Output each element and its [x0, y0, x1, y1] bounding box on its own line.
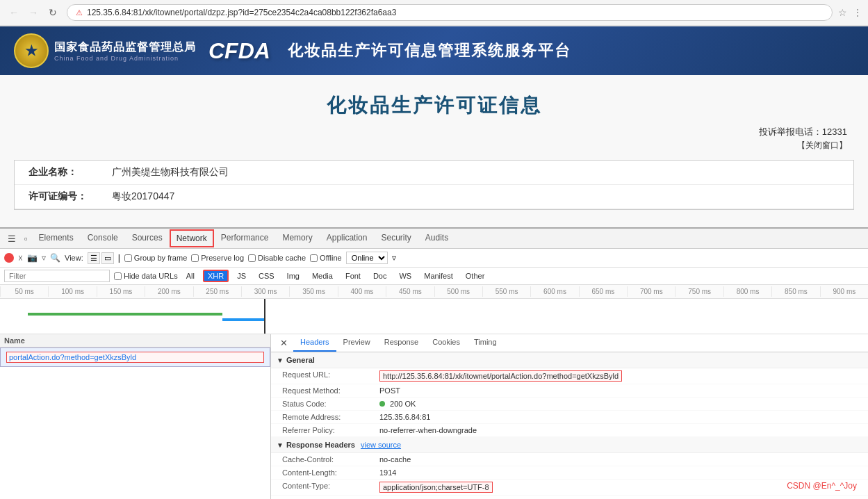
remote-address-field: Remote Address: 125.35.6.84:81 — [271, 411, 868, 424]
filter-manifest[interactable]: Manifest — [420, 270, 457, 281]
offline-label[interactable]: Offline — [310, 254, 342, 262]
tab-audits[interactable]: Audits — [418, 229, 455, 248]
security-icon: ⚠ — [76, 8, 83, 17]
status-code-label: Status Code: — [282, 400, 379, 408]
list-view-icon[interactable]: ☰ — [88, 252, 100, 264]
camera-icon[interactable]: 📷 — [27, 253, 38, 263]
group-by-frame-text: Group by frame — [134, 254, 187, 262]
disable-cache-checkbox[interactable] — [248, 254, 256, 262]
disable-cache-label[interactable]: Disable cache — [248, 254, 306, 262]
request-url-value: http://125.35.6.84:81/xk/itownet/portalA… — [379, 370, 622, 382]
content-length-field: Content-Length: 1914 — [271, 466, 868, 480]
devtools-toggle-icon[interactable]: ☰ — [3, 231, 20, 247]
timeline-area: 50 ms 100 ms 150 ms 200 ms 250 ms 300 ms… — [0, 285, 868, 334]
throttle-select[interactable]: Online — [346, 252, 388, 264]
preserve-log-label[interactable]: Preserve log — [191, 254, 244, 262]
group-by-frame-label[interactable]: Group by frame — [124, 254, 187, 262]
date-field: Date: Tue, 16 Apr 2019 06:32:39 GMT — [271, 496, 868, 499]
response-headers-section-header[interactable]: ▼ Response Headers view source — [271, 437, 868, 453]
general-section-header[interactable]: ▼ General — [271, 352, 868, 368]
filter-input[interactable] — [4, 270, 110, 282]
request-method-label: Request Method: — [282, 386, 379, 395]
timeline-chart — [0, 299, 868, 334]
timeline-bar-blue — [222, 318, 264, 321]
bookmark-icon[interactable]: ☆ — [838, 7, 847, 18]
request-url-field: Request URL: http://125.35.6.84:81/xk/it… — [271, 368, 868, 384]
org-name-en: China Food and Drug Administration — [54, 55, 196, 62]
tick-500ms: 500 ms — [434, 286, 482, 297]
content-type-value: application/json;charset=UTF-8 — [379, 482, 493, 493]
request-item[interactable]: portalAction.do?method=getXkzsByld — [0, 347, 270, 367]
menu-icon[interactable]: ⋮ — [853, 7, 862, 18]
hide-data-urls-checkbox[interactable] — [114, 272, 122, 280]
grid-view-icon[interactable]: ▭ — [101, 252, 114, 264]
tab-console[interactable]: Console — [81, 229, 125, 248]
filter-img[interactable]: Img — [283, 270, 304, 281]
address-bar[interactable]: ⚠ 125.35.6.84:81/xk/itownet/portal/dzpz.… — [67, 4, 833, 21]
tab-sources[interactable]: Sources — [125, 229, 170, 248]
general-arrow-icon: ▼ — [277, 357, 284, 364]
preserve-log-checkbox[interactable] — [191, 254, 199, 262]
filter-font[interactable]: Font — [341, 270, 365, 281]
response-headers-title: Response Headers — [286, 441, 355, 449]
tab-network[interactable]: Network — [170, 229, 214, 247]
filter-ws[interactable]: WS — [395, 270, 416, 281]
request-list-header: Name — [0, 334, 270, 347]
view-source-link[interactable]: view source — [361, 441, 401, 449]
filter-doc[interactable]: Doc — [369, 270, 391, 281]
devtools-inspect-icon[interactable]: ▫ — [20, 231, 32, 247]
tab-application[interactable]: Application — [320, 229, 375, 248]
offline-checkbox[interactable] — [310, 254, 318, 262]
cache-control-field: Cache-Control: no-cache — [271, 453, 868, 466]
filter-css[interactable]: CSS — [254, 270, 279, 281]
company-value: 广州美缇生物科技有限公司 — [112, 166, 229, 179]
group-by-frame-checkbox[interactable] — [124, 254, 132, 262]
content-type-field: Content-Type: application/json;charset=U… — [271, 480, 868, 496]
tab-security[interactable]: Security — [374, 229, 418, 248]
request-method-field: Request Method: POST — [271, 384, 868, 398]
search-icon[interactable]: 🔍 — [50, 253, 60, 263]
tab-performance[interactable]: Performance — [214, 229, 276, 248]
referrer-policy-field: Referrer Policy: no-referrer-when-downgr… — [271, 424, 868, 437]
tick-600ms: 600 ms — [530, 286, 578, 297]
clear-button[interactable]: ☓ — [18, 253, 23, 263]
close-window-link[interactable]: 【关闭窗口】 — [0, 138, 868, 153]
info-table: 企业名称： 广州美缇生物科技有限公司 许可证编号： 粤妆20170447 — [14, 160, 854, 210]
header-banner: ★ 国家食品药品监督管理总局 China Food and Drug Admin… — [0, 26, 868, 75]
detail-tab-preview[interactable]: Preview — [336, 334, 377, 352]
hide-data-urls-label[interactable]: Hide data URLs — [114, 272, 178, 280]
tick-400ms: 400 ms — [338, 286, 386, 297]
tick-200ms: 200 ms — [145, 286, 193, 297]
detail-tab-headers[interactable]: Headers — [293, 334, 336, 352]
network-toolbar: ☓ 📷 ▿ 🔍 View: ☰ ▭ | Group by frame Prese… — [0, 249, 868, 268]
tab-elements[interactable]: Elements — [32, 229, 81, 248]
filter-icon[interactable]: ▿ — [42, 253, 46, 263]
complaint-phone: 投诉举报电话：12331 — [0, 126, 868, 138]
refresh-button[interactable]: ↻ — [44, 4, 61, 21]
content-length-value: 1914 — [379, 468, 396, 477]
name-column-header: Name — [4, 336, 25, 345]
detail-tab-timing[interactable]: Timing — [467, 334, 504, 352]
license-label: 许可证编号： — [28, 190, 112, 203]
filter-all[interactable]: All — [182, 270, 199, 281]
detail-close-icon[interactable]: ✕ — [275, 334, 293, 352]
tick-450ms: 450 ms — [386, 286, 434, 297]
filter-xhr[interactable]: XHR — [203, 270, 229, 282]
forward-button[interactable]: → — [25, 4, 42, 21]
remote-address-value: 125.35.6.84:81 — [379, 413, 430, 421]
hide-data-urls-text: Hide data URLs — [124, 272, 178, 280]
offline-text: Offline — [320, 254, 342, 262]
record-button[interactable] — [4, 253, 14, 263]
filter-other[interactable]: Other — [461, 270, 489, 281]
back-button[interactable]: ← — [6, 4, 22, 21]
request-item-name: portalAction.do?method=getXkzsByld — [6, 352, 264, 363]
devtools-panel: ☰ ▫ Elements Console Sources Network Per… — [0, 227, 868, 499]
tick-650ms: 650 ms — [579, 286, 627, 297]
tab-memory[interactable]: Memory — [275, 229, 319, 248]
filter-js[interactable]: JS — [233, 270, 250, 281]
filter-media[interactable]: Media — [308, 270, 337, 281]
detail-tab-response[interactable]: Response — [377, 334, 426, 352]
detail-tab-cookies[interactable]: Cookies — [425, 334, 467, 352]
disable-cache-text: Disable cache — [258, 254, 306, 262]
tick-750ms: 750 ms — [675, 286, 723, 297]
